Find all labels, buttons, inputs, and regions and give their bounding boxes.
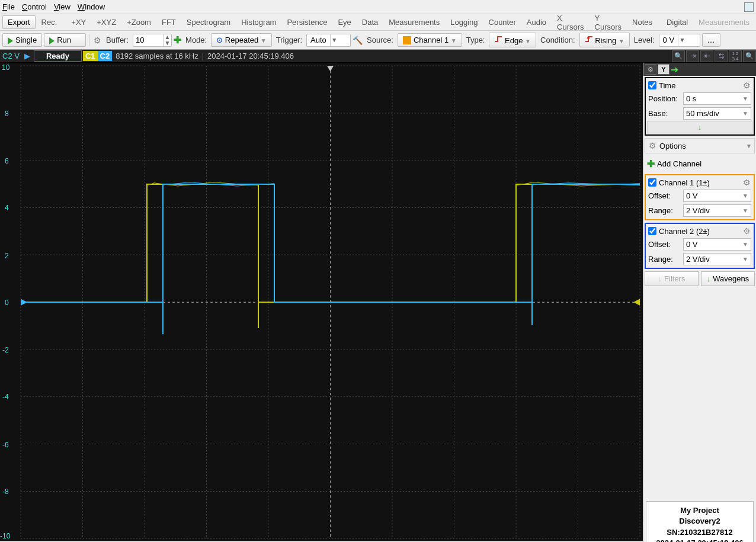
edge-icon — [494, 35, 502, 43]
run-button[interactable]: Run — [44, 33, 86, 47]
tools-toolbar: Export Rec. +XY +XYZ +Zoom FFT Spectrogr… — [0, 14, 756, 31]
status-right-tools: 🔍 ⇥ ⇤ ⇆ 1 23 4 🔍 — [672, 50, 756, 62]
time-position-label: Position: — [648, 94, 681, 103]
measurements-button[interactable]: Measurements — [384, 16, 444, 28]
time-gear-icon[interactable]: ⚙ — [742, 81, 751, 90]
trigger-label: Trigger: — [274, 36, 305, 44]
notes-button[interactable]: Notes — [627, 16, 657, 28]
trigger-marker-icon[interactable] — [327, 66, 334, 71]
ch1-gear-icon[interactable]: ⚙ — [742, 178, 751, 187]
type-select[interactable]: Edge ▼ — [489, 33, 536, 47]
svg-text:-6: -6 — [2, 441, 9, 449]
tool1-icon[interactable]: ⇥ — [686, 50, 699, 62]
persistence-button[interactable]: Persistence — [282, 16, 332, 28]
tool3-icon[interactable]: ⇆ — [715, 50, 728, 62]
more-button[interactable]: … — [702, 33, 720, 47]
filter-wavegen-row: ↓Filters ↓Wavegens — [645, 271, 755, 286]
gear-icon[interactable]: ⚙ — [92, 36, 102, 45]
status-timestamp: 2024-01-17 20:45:19.406 — [204, 52, 297, 60]
ch2-gear-icon[interactable]: ⚙ — [742, 226, 751, 236]
condition-select[interactable]: Rising ▼ — [579, 33, 630, 47]
ch1-range-input[interactable]: 2 V/div▼ — [683, 204, 751, 217]
status-c1[interactable]: C1 — [83, 51, 98, 61]
xcursors-button[interactable]: X Cursors — [552, 12, 589, 33]
ch2-enable-check[interactable] — [648, 227, 656, 235]
sidebar-top-toolbar: ⚙ Y ➔ — [643, 63, 756, 76]
add-channel-button[interactable]: ✚ Add Channel — [645, 156, 755, 172]
plus-icon[interactable]: ✚ — [174, 34, 181, 46]
sidebar-arrow-icon[interactable]: ➔ — [671, 64, 678, 75]
plus-icon: ✚ — [647, 158, 655, 169]
ch1-level-marker-icon[interactable] — [633, 299, 640, 306]
play-icon — [8, 37, 13, 44]
rising-icon — [585, 35, 593, 43]
menu-window[interactable]: Window — [78, 2, 105, 11]
wavegens-button[interactable]: ↓Wavegens — [701, 271, 755, 286]
time-position-input[interactable]: 0 s▼ — [683, 92, 751, 105]
source-label: Source: — [364, 36, 396, 44]
single-button[interactable]: Single — [2, 33, 42, 47]
channel2-panel: Channel 2 (2±) ⚙ Offset: 0 V▼ Range: 2 V… — [645, 223, 755, 269]
time-base-label: Base: — [648, 109, 681, 118]
ch1-enable-check[interactable] — [648, 178, 656, 187]
menu-file[interactable]: FFileile — [2, 2, 15, 11]
counter-button[interactable]: Counter — [484, 16, 521, 28]
menu-bar: FFileile Control View Window — [0, 0, 756, 14]
sidebar-y-button[interactable]: Y — [658, 64, 669, 75]
status-play-icon[interactable]: ▶ — [22, 52, 33, 60]
trigger-select[interactable]: Auto▼ — [306, 34, 351, 47]
acquisition-toolbar: Single Run ⚙ Buffer: ▲▼ ✚ Mode: ⊙ Repeat… — [0, 31, 756, 50]
zoom-button[interactable]: +Zoom — [122, 16, 156, 28]
svg-text:-2: -2 — [2, 346, 9, 354]
svg-text:2: 2 — [5, 251, 9, 259]
data-button[interactable]: Data — [357, 16, 383, 28]
eye-button[interactable]: Eye — [333, 16, 355, 28]
audio-button[interactable]: Audio — [522, 16, 551, 28]
hammer-icon[interactable]: 🔨 — [353, 36, 363, 45]
export-button[interactable]: Export — [2, 15, 36, 29]
buffer-input[interactable]: ▲▼ — [133, 34, 172, 47]
ch2-offset-input[interactable]: 0 V▼ — [683, 238, 751, 251]
source-select[interactable]: Channel 1 ▼ — [398, 33, 462, 47]
sidebar-gear-icon[interactable]: ⚙ — [645, 64, 656, 75]
time-enable-check[interactable] — [648, 81, 656, 89]
spectrogram-button[interactable]: Spectrogram — [182, 16, 235, 28]
fft-button[interactable]: FFT — [157, 16, 181, 28]
scope-svg: 10 8 6 4 2 0 -2 -4 -6 -8 -10 — [0, 63, 643, 542]
digital-button[interactable]: Digital — [662, 16, 693, 28]
time-expand-button[interactable]: ↓ — [647, 121, 752, 133]
options-gear-icon: ⚙ — [648, 141, 657, 150]
project-name: My Project — [650, 505, 749, 516]
main-area: 10 8 6 4 2 0 -2 -4 -6 -8 -10 X ▼ -250 ms… — [0, 63, 756, 542]
maximize-icon[interactable] — [744, 2, 754, 12]
xy-button[interactable]: +XY — [66, 16, 91, 28]
status-ready: Ready — [34, 50, 82, 62]
menu-view[interactable]: View — [54, 2, 71, 11]
options-row[interactable]: ⚙ Options ▼ — [645, 138, 755, 153]
svg-text:-10: -10 — [0, 532, 11, 540]
play-icon — [49, 37, 55, 44]
zoom2-icon[interactable]: 🔍 — [743, 50, 756, 62]
xyz-button[interactable]: +XYZ — [92, 16, 121, 28]
zoom-icon[interactable]: 🔍 — [672, 50, 685, 62]
scope-plot[interactable]: 10 8 6 4 2 0 -2 -4 -6 -8 -10 X ▼ -250 ms… — [0, 63, 643, 542]
status-c2[interactable]: C2 — [98, 51, 113, 61]
rec-button[interactable]: Rec. — [37, 16, 62, 28]
ycursors-button[interactable]: Y Cursors — [590, 12, 627, 33]
ch2-range-input[interactable]: 2 V/div▼ — [683, 253, 751, 265]
tool2-icon[interactable]: ⇤ — [700, 50, 713, 62]
menu-control[interactable]: Control — [22, 2, 47, 11]
project-info: My Project Discovery2 SN:210321B27812 20… — [646, 501, 754, 542]
logging-button[interactable]: Logging — [446, 16, 482, 28]
mode-label: Mode: — [183, 36, 209, 44]
level-input[interactable]: 0 V▼ — [659, 34, 700, 47]
svg-text:-4: -4 — [2, 393, 9, 401]
status-bar: C2 V ▶ Ready C1 C2 8192 samples at 16 kH… — [0, 50, 756, 63]
mode-select[interactable]: ⊙ Repeated ▼ — [211, 33, 272, 47]
status-samples: 8192 samples at 16 kHz — [112, 52, 201, 60]
level-label: Level: — [632, 36, 657, 44]
histogram-button[interactable]: Histogram — [236, 16, 281, 28]
time-base-input[interactable]: 50 ms/div▼ — [683, 107, 751, 120]
tool4-icon[interactable]: 1 23 4 — [729, 50, 742, 62]
ch1-offset-input[interactable]: 0 V▼ — [683, 190, 751, 202]
